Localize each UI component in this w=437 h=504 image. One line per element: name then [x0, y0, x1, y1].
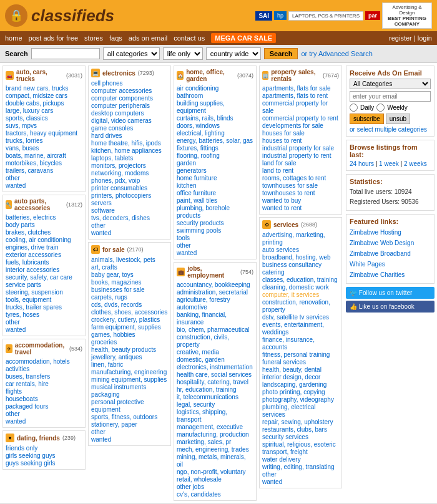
jobs-link[interactable]: administration, secretarial: [177, 289, 248, 296]
ad-printing[interactable]: Advertising & DesignBEST PRINTING COMPAN…: [382, 2, 432, 29]
home-link[interactable]: curtains, rails, blinds: [177, 115, 233, 122]
search-button[interactable]: Search: [264, 48, 298, 59]
property-link[interactable]: commercial property for sale: [262, 100, 328, 114]
home-link[interactable]: other: [177, 242, 191, 249]
parts-link[interactable]: engines, drive train: [6, 244, 59, 251]
unsubscribe-button[interactable]: unsub: [386, 114, 410, 124]
forsale-link[interactable]: packaging: [91, 391, 120, 398]
services-link[interactable]: writing, editing, translating: [262, 463, 335, 470]
time-select[interactable]: life only: [163, 47, 203, 60]
electronics-link[interactable]: tvs, decoders, dishes: [91, 215, 150, 221]
parts-link[interactable]: fuels, lubricants: [6, 259, 49, 266]
search-input[interactable]: [31, 48, 100, 59]
accom-link[interactable]: flights: [6, 388, 22, 395]
jobs-link[interactable]: health care, social services: [177, 371, 252, 378]
services-link[interactable]: catering: [262, 269, 285, 276]
category-select[interactable]: all categories: [103, 47, 160, 60]
home-link[interactable]: wanted: [177, 250, 197, 256]
home-link[interactable]: building supplies, equipment: [177, 100, 225, 114]
featured-link-broadband[interactable]: Zimbabwe Broadband: [350, 248, 431, 259]
forsale-link[interactable]: crockery, cutlery, plastics: [91, 316, 160, 323]
services-link[interactable]: spiritual, religious, esoteric: [262, 441, 336, 448]
auto-link[interactable]: double cabs, pickups: [6, 100, 64, 107]
home-link[interactable]: energy, batteries, solar, gas: [177, 137, 253, 144]
forsale-link[interactable]: art, crafts: [91, 264, 117, 271]
services-link[interactable]: security services: [262, 434, 308, 440]
auto-link[interactable]: wanted: [6, 182, 26, 189]
nav-post-ads[interactable]: post ads for free: [29, 34, 79, 42]
electronics-link[interactable]: monitors, projectors: [91, 162, 146, 169]
services-link[interactable]: fitness, personal training: [262, 351, 330, 358]
auto-link[interactable]: trailers, caravans: [6, 167, 53, 174]
services-link[interactable]: interior design, decor: [262, 374, 320, 380]
jobs-link[interactable]: agriculture, forestry: [177, 296, 230, 303]
facebook-button[interactable]: 👍 Like us on facebook: [346, 301, 435, 313]
featured-link-charities[interactable]: Zimbabwe Charities: [350, 269, 431, 280]
services-link[interactable]: restaurants, clubs, bars: [262, 426, 327, 433]
services-link[interactable]: events, entertainment, weddings: [262, 321, 324, 336]
forsale-link[interactable]: carpets, rugs: [91, 294, 127, 301]
electronics-link[interactable]: computer components: [91, 95, 153, 102]
nav-contact-us[interactable]: contact us: [174, 34, 205, 42]
jobs-link[interactable]: bio, chem, pharmaceutical: [177, 326, 250, 333]
parts-link[interactable]: tools, equipment: [6, 296, 51, 303]
jobs-link[interactable]: accountancy, bookkeeping: [177, 281, 250, 288]
forsale-link[interactable]: other: [91, 429, 106, 435]
services-link[interactable]: business consultancy: [262, 261, 322, 268]
nav-faqs[interactable]: faqs: [109, 34, 122, 42]
dating-link[interactable]: guys seeking girls: [6, 460, 55, 467]
nav-home[interactable]: home: [5, 34, 22, 42]
dating-link[interactable]: girls seeking guys: [6, 452, 55, 459]
electronics-link[interactable]: laptops, tablets: [91, 155, 133, 162]
services-link[interactable]: computer, it services: [262, 291, 319, 298]
electronics-link[interactable]: servers: [91, 200, 112, 206]
jobs-link[interactable]: manufacturing, production: [177, 431, 249, 438]
electronics-link[interactable]: cell phones: [91, 80, 123, 87]
location-select[interactable]: country wide: [206, 47, 261, 60]
services-link[interactable]: photography, videography: [262, 396, 334, 403]
jobs-link[interactable]: mining, metals, minerals, oil: [177, 453, 246, 468]
forsale-link[interactable]: clothes, shoes, accessories: [91, 309, 167, 316]
property-link[interactable]: apartments, flats for sale: [262, 85, 331, 92]
jobs-link[interactable]: other jobs: [177, 483, 204, 490]
property-link[interactable]: commercial property to rent: [262, 115, 338, 122]
services-link[interactable]: classes, education, training: [262, 276, 338, 283]
electronics-link[interactable]: phones, pdx, voip: [91, 177, 140, 184]
mega-sale[interactable]: MEGA CAR SALE: [211, 33, 276, 43]
jobs-link[interactable]: mech, engineering, trades: [177, 446, 249, 453]
parts-link[interactable]: trucks, trailer spares: [6, 304, 62, 311]
electronics-link[interactable]: other: [91, 222, 106, 229]
home-link[interactable]: generators: [177, 167, 207, 174]
accom-link[interactable]: packaged tours: [6, 403, 48, 410]
home-link[interactable]: paint, wall tiles: [177, 197, 217, 204]
parts-link[interactable]: interior accessories: [6, 266, 59, 273]
parts-link[interactable]: cooling, air conditioning: [6, 236, 71, 243]
jobs-link[interactable]: logistics, shipping, transport: [177, 409, 227, 423]
auto-link[interactable]: large, luxury cars: [6, 107, 53, 114]
accom-link[interactable]: accommodation, hotels: [6, 358, 70, 365]
forsale-link[interactable]: wanted: [91, 436, 111, 443]
services-link[interactable]: health, beauty, dental: [262, 366, 322, 373]
property-link[interactable]: land for sale: [262, 160, 296, 167]
login-link[interactable]: login: [418, 34, 432, 42]
jobs-link[interactable]: automotive: [177, 304, 207, 311]
jobs-link[interactable]: ngo, non-profit, voluntary: [177, 468, 246, 475]
jobs-link[interactable]: hospitality, catering, travel: [177, 379, 248, 385]
accom-link[interactable]: houseboats: [6, 395, 38, 402]
nav-ads-on-email[interactable]: ads on email: [129, 34, 167, 42]
jobs-link[interactable]: construction, civils, property: [177, 334, 229, 348]
home-link[interactable]: flooring, roofing: [177, 152, 220, 159]
forsale-link[interactable]: groceries: [91, 339, 117, 346]
forsale-link[interactable]: cds, dvds, records: [91, 301, 142, 308]
property-link[interactable]: apartments, flats to rent: [262, 92, 328, 99]
auto-link[interactable]: boats, marine, aircraft: [6, 152, 66, 159]
forsale-link[interactable]: sports, fitness, outdoors: [91, 414, 157, 420]
browse-2weeks[interactable]: 2 weeks: [404, 160, 427, 167]
electronics-link[interactable]: home theatre, hifis, ipods: [91, 140, 161, 147]
home-link[interactable]: air conditioning: [177, 85, 219, 92]
home-link[interactable]: bathroom: [177, 92, 203, 99]
weekly-radio[interactable]: [376, 104, 385, 112]
electronics-link[interactable]: hard drives: [91, 132, 122, 139]
auto-link[interactable]: trucks, lorries: [6, 137, 42, 144]
services-link[interactable]: other: [262, 471, 277, 478]
